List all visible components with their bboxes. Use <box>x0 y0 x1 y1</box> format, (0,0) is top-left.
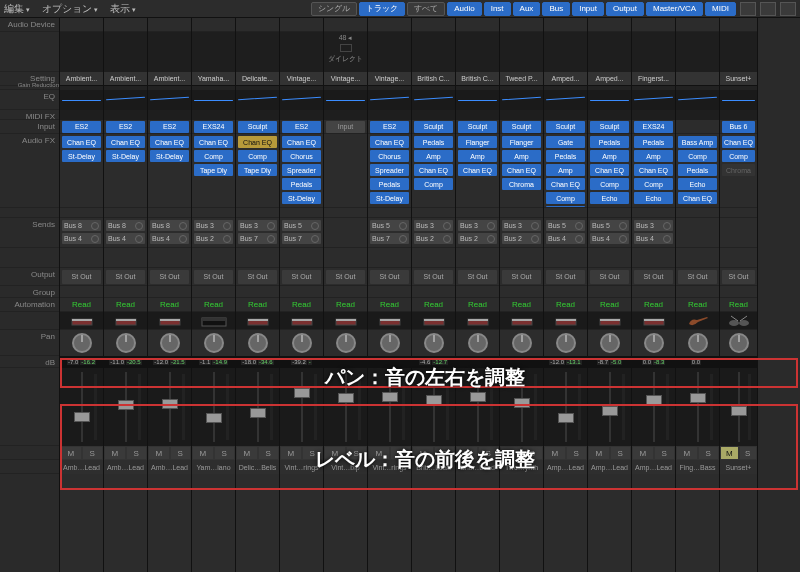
audio-fx-slot[interactable]: Pedals <box>546 150 585 162</box>
output-slot[interactable]: St Out <box>722 270 755 284</box>
group-slot[interactable] <box>676 286 719 298</box>
automation-mode[interactable]: Read <box>72 300 91 309</box>
setting-slot[interactable]: Ambient... <box>60 72 103 86</box>
send-knob[interactable] <box>223 222 231 230</box>
setting-slot[interactable]: British C... <box>456 72 499 86</box>
menu-edit[interactable]: 編集 <box>4 2 30 16</box>
audio-fx-slot[interactable]: Echo <box>634 192 673 204</box>
midi-fx-slot[interactable] <box>280 110 323 120</box>
send-slot[interactable]: Bus 3 <box>458 220 497 231</box>
pan-knob[interactable] <box>380 333 400 353</box>
group-slot[interactable] <box>236 286 279 298</box>
send-slot[interactable]: Bus 4 <box>634 233 673 244</box>
audio-fx-slot[interactable]: Amp <box>414 150 453 162</box>
volume-fader[interactable] <box>324 368 367 446</box>
midi-fx-slot[interactable] <box>456 110 499 120</box>
midi-fx-slot[interactable] <box>148 110 191 120</box>
audio-fx-slot[interactable]: Chan EQ <box>194 136 233 148</box>
audio-fx-slot[interactable]: Chan EQ <box>282 136 321 148</box>
automation-mode[interactable]: Read <box>248 300 267 309</box>
track-name[interactable]: Briti…Lead <box>456 460 499 474</box>
send-knob[interactable] <box>311 235 319 243</box>
group-slot[interactable] <box>632 286 675 298</box>
output-slot[interactable]: St Out <box>458 270 497 284</box>
solo-button[interactable]: S <box>346 446 368 460</box>
track-name[interactable]: Amb…Lead <box>60 460 103 474</box>
mute-button[interactable]: M <box>104 446 126 460</box>
midi-fx-slot[interactable] <box>632 110 675 120</box>
group-slot[interactable] <box>104 286 147 298</box>
group-slot[interactable] <box>368 286 411 298</box>
setting-slot[interactable]: British C... <box>412 72 455 86</box>
setting-slot[interactable]: Amped... <box>588 72 631 86</box>
layout-toggle-2[interactable] <box>760 2 776 16</box>
automation-mode[interactable]: Read <box>160 300 179 309</box>
pan-knob[interactable] <box>556 333 576 353</box>
send-knob[interactable] <box>91 222 99 230</box>
volume-fader[interactable] <box>632 368 675 446</box>
volume-fader[interactable] <box>412 368 455 446</box>
filter-トラック[interactable]: トラック <box>359 2 405 16</box>
send-slot[interactable]: Bus 4 <box>590 233 629 244</box>
audio-fx-slot[interactable]: Chan EQ <box>722 136 755 148</box>
track-icon[interactable] <box>412 312 455 329</box>
send-knob[interactable] <box>135 222 143 230</box>
track-name[interactable]: Sunset+ <box>720 460 757 474</box>
audio-fx-slot[interactable]: Chorus <box>370 150 409 162</box>
audio-fx-slot[interactable]: Comp <box>414 178 453 190</box>
send-knob[interactable] <box>443 235 451 243</box>
track-icon[interactable] <box>60 312 103 329</box>
mute-button[interactable]: M <box>236 446 258 460</box>
audio-fx-slot[interactable]: Chan EQ <box>106 136 145 148</box>
output-slot[interactable]: St Out <box>370 270 409 284</box>
audio-fx-slot[interactable]: Comp <box>546 192 585 204</box>
output-slot[interactable]: St Out <box>150 270 189 284</box>
track-icon[interactable] <box>324 312 367 329</box>
eq-thumbnail[interactable] <box>60 90 103 110</box>
group-slot[interactable] <box>324 286 367 298</box>
volume-fader[interactable] <box>500 368 543 446</box>
audio-fx-slot[interactable]: Chan EQ <box>370 136 409 148</box>
output-slot[interactable]: St Out <box>414 270 453 284</box>
send-slot[interactable]: Bus 3 <box>414 220 453 231</box>
volume-fader[interactable] <box>104 368 147 446</box>
audio-fx-slot[interactable]: Chan EQ <box>546 178 585 190</box>
track-icon[interactable] <box>456 312 499 329</box>
output-slot[interactable]: St Out <box>326 270 365 284</box>
audio-fx-slot[interactable]: Chorus <box>282 150 321 162</box>
send-knob[interactable] <box>223 235 231 243</box>
track-name[interactable]: Amp…Lead <box>544 460 587 474</box>
output-slot[interactable]: St Out <box>502 270 541 284</box>
send-slot[interactable]: Bus 5 <box>282 220 321 231</box>
audio-fx-slot[interactable]: St-Delay <box>150 150 189 162</box>
filter-すべて[interactable]: すべて <box>407 2 445 16</box>
automation-mode[interactable]: Read <box>336 300 355 309</box>
send-knob[interactable] <box>399 222 407 230</box>
automation-mode[interactable]: Read <box>204 300 223 309</box>
group-slot[interactable] <box>192 286 235 298</box>
midi-fx-slot[interactable] <box>544 110 587 120</box>
input-slot[interactable]: ES2 <box>62 121 101 133</box>
midi-fx-slot[interactable] <box>60 110 103 120</box>
audio-fx-slot[interactable]: Pedals <box>590 136 629 148</box>
solo-button[interactable]: S <box>478 446 500 460</box>
send-slot[interactable]: Bus 2 <box>458 233 497 244</box>
audio-fx-slot[interactable]: Comp <box>634 178 673 190</box>
track-name[interactable]: Amb…Lead <box>104 460 147 474</box>
audio-fx-slot[interactable]: Comp <box>194 150 233 162</box>
solo-button[interactable]: S <box>522 446 544 460</box>
eq-thumbnail[interactable] <box>412 90 455 110</box>
pan-knob[interactable] <box>204 333 224 353</box>
send-slot[interactable]: Bus 7 <box>370 233 409 244</box>
send-slot[interactable]: Bus 5 <box>546 220 585 231</box>
group-slot[interactable] <box>588 286 631 298</box>
automation-mode[interactable]: Read <box>600 300 619 309</box>
send-slot[interactable]: Bus 2 <box>502 233 541 244</box>
audio-fx-slot[interactable]: Echo <box>678 178 717 190</box>
automation-mode[interactable]: Read <box>644 300 663 309</box>
send-slot[interactable]: Bus 5 <box>370 220 409 231</box>
mute-button[interactable]: M <box>544 446 566 460</box>
setting-slot[interactable]: Yamaha... <box>192 72 235 86</box>
audio-fx-slot[interactable]: Pedals <box>414 136 453 148</box>
send-slot[interactable]: Bus 2 <box>414 233 453 244</box>
